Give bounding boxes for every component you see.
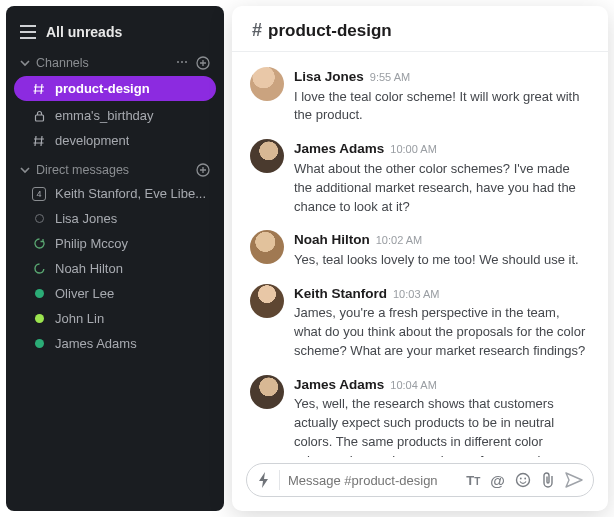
message-time: 10:04 AM [390,378,436,394]
message: James Adams10:04 AMYes, well, the resear… [250,368,590,457]
dm-name: Oliver Lee [55,286,114,301]
svg-rect-4 [35,115,43,121]
lock-icon [32,110,46,122]
chevron-down-icon [20,165,30,175]
all-unreads-header[interactable]: All unreads [6,18,224,52]
message-author[interactable]: James Adams [294,139,384,159]
message-time: 10:02 AM [376,233,422,249]
dm-name: John Lin [55,311,104,326]
send-icon[interactable] [565,472,583,488]
emoji-icon[interactable] [515,472,531,488]
message-time: 10:03 AM [393,287,439,303]
channel-item[interactable]: development [6,128,224,153]
message-composer: TT @ [246,463,594,497]
dm-item[interactable]: 4Keith Stanford, Eve Libe... [6,181,224,206]
channel-name: product-design [268,21,392,41]
main-panel: # product-design Lisa Jones9:55 AMI love… [232,6,608,511]
channel-name: emma's_birthday [55,108,154,123]
chevron-down-icon [20,58,30,68]
hash-icon: # [252,20,262,41]
dm-item[interactable]: John Lin [6,306,224,331]
message-author[interactable]: Keith Stanford [294,284,387,304]
channel-item[interactable]: emma's_birthday [6,103,224,128]
dm-name: Noah Hilton [55,261,123,276]
message-input[interactable] [288,473,458,488]
message-author[interactable]: Noah Hilton [294,230,370,250]
dm-item[interactable]: Oliver Lee [6,281,224,306]
presence-away-icon [34,238,45,249]
avatar[interactable] [250,284,284,318]
presence-active-icon [35,314,44,323]
attach-icon[interactable] [541,472,555,488]
message: Noah Hilton10:02 AMYes, teal looks lovel… [250,223,590,276]
dm-item[interactable]: Noah Hilton [6,256,224,281]
avatar[interactable] [250,375,284,409]
list-icon [20,25,36,39]
message-text: I love the teal color scheme! It will wo… [294,88,590,126]
message-author[interactable]: Lisa Jones [294,67,364,87]
hash-icon [32,135,46,147]
dm-item[interactable]: James Adams [6,331,224,356]
format-icon[interactable]: TT [466,473,480,488]
dm-name: James Adams [55,336,137,351]
message-text: What about the other color schemes? I've… [294,160,590,217]
divider [279,470,280,490]
all-unreads-label: All unreads [46,24,122,40]
message-text: James, you're a fresh perspective in the… [294,304,590,361]
add-channel-icon[interactable] [196,56,210,70]
channel-name: product-design [55,81,150,96]
channel-header: # product-design [232,6,608,52]
dm-item[interactable]: Lisa Jones [6,206,224,231]
avatar[interactable] [250,67,284,101]
message-text: Yes, well, the research shows that custo… [294,395,590,457]
message-text: Yes, teal looks lovely to me too! We sho… [294,251,590,270]
message: Keith Stanford10:03 AMJames, you're a fr… [250,277,590,368]
hash-icon [32,83,46,95]
dm-name: Lisa Jones [55,211,117,226]
message: James Adams10:00 AMWhat about the other … [250,132,590,223]
dm-name: Philip Mccoy [55,236,128,251]
dm-label: Direct messages [36,163,196,177]
sidebar: All unreads Channels product-designemma'… [6,6,224,511]
channel-item[interactable]: product-design [14,76,216,101]
lightning-icon[interactable] [257,472,271,488]
svg-point-6 [517,474,530,487]
message: Lisa Jones9:55 AMI love the teal color s… [250,60,590,132]
presence-active-icon [35,339,44,348]
avatar[interactable] [250,230,284,264]
svg-point-2 [185,61,187,63]
presence-offline-icon [35,214,44,223]
svg-point-7 [520,478,522,480]
message-time: 10:00 AM [390,142,436,158]
svg-point-1 [181,61,183,63]
message-list: Lisa Jones9:55 AMI love the teal color s… [232,52,608,457]
avatar[interactable] [250,139,284,173]
presence-active-icon [35,289,44,298]
presence-dnd-icon [34,263,45,274]
dm-section-header[interactable]: Direct messages [6,159,224,181]
group-badge-icon: 4 [32,187,46,201]
svg-point-0 [177,61,179,63]
mention-icon[interactable]: @ [490,472,505,489]
message-author[interactable]: James Adams [294,375,384,395]
message-time: 9:55 AM [370,70,410,86]
add-dm-icon[interactable] [196,163,210,177]
more-icon[interactable] [176,56,188,70]
channel-name: development [55,133,129,148]
dm-name: Keith Stanford, Eve Libe... [55,186,206,201]
channels-label: Channels [36,56,176,70]
channels-section-header[interactable]: Channels [6,52,224,74]
svg-point-8 [524,478,526,480]
dm-item[interactable]: Philip Mccoy [6,231,224,256]
